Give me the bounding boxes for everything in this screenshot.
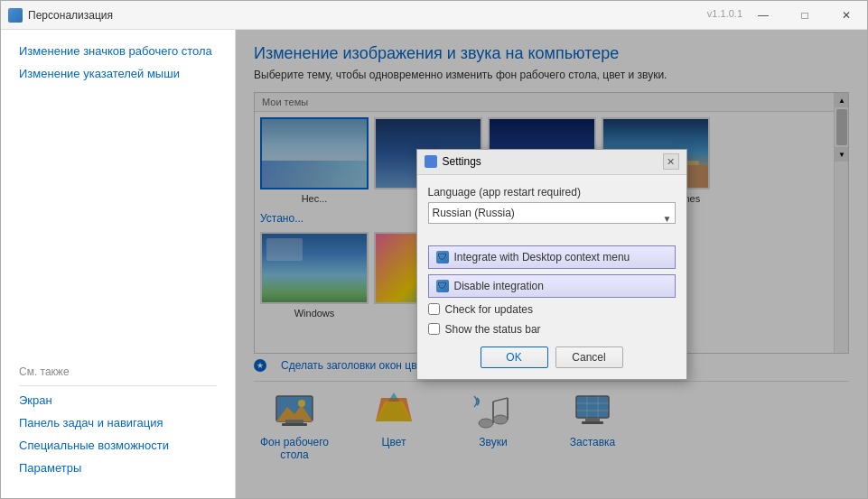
integrate-button[interactable]: Integrate with Desktop context menu <box>428 245 676 269</box>
language-select-wrapper: Russian (Russia) ▼ <box>428 202 676 235</box>
sidebar-item-change-icons[interactable]: Изменение значков рабочего стола <box>19 44 217 58</box>
show-statusbar-row: Show the status bar <box>428 323 676 336</box>
sidebar-item-change-mouse[interactable]: Изменение указателей мыши <box>19 67 217 80</box>
titlebar: Персонализация v1.1.0.1 — □ ✕ <box>1 1 867 30</box>
dialog-title: Settings <box>443 155 663 168</box>
show-statusbar-label: Show the status bar <box>445 323 541 336</box>
integrate-shield-icon <box>436 251 449 263</box>
language-label: Language (app restart required) <box>428 186 676 199</box>
settings-dialog: Settings ✕ Language (app restart require… <box>416 149 687 380</box>
disable-label: Disable integration <box>454 280 544 292</box>
main-window: Персонализация v1.1.0.1 — □ ✕ Изменение … <box>0 0 868 499</box>
sidebar-also-label: См. также <box>19 365 217 378</box>
show-statusbar-checkbox[interactable] <box>428 323 440 335</box>
sidebar-spacer <box>19 89 217 365</box>
window-title: Персонализация <box>28 9 113 22</box>
language-select[interactable]: Russian (Russia) <box>428 202 676 224</box>
check-updates-checkbox[interactable] <box>428 303 440 315</box>
content-area: Изменение значков рабочего стола Изменен… <box>1 30 867 498</box>
titlebar-controls: — □ ✕ <box>742 1 867 30</box>
minimize-button[interactable]: — <box>742 1 784 30</box>
sidebar-item-options[interactable]: Параметры <box>19 461 217 475</box>
dialog-buttons: OK Cancel <box>428 347 676 368</box>
sidebar-divider <box>19 385 217 386</box>
check-updates-label: Check for updates <box>445 303 533 316</box>
dialog-icon <box>425 155 437 168</box>
disable-button[interactable]: Disable integration <box>428 274 676 298</box>
ok-button[interactable]: OK <box>481 347 548 368</box>
version-label: v1.1.0.1 <box>707 8 742 19</box>
integrate-label: Integrate with Desktop context menu <box>454 251 630 263</box>
dialog-body: Language (app restart required) Russian … <box>417 175 686 379</box>
sidebar-item-screen[interactable]: Экран <box>19 393 217 407</box>
disable-shield-icon <box>436 280 449 292</box>
modal-overlay: Settings ✕ Language (app restart require… <box>236 30 867 498</box>
main-panel: Изменение изображения и звука на компьют… <box>236 30 867 498</box>
check-updates-row: Check for updates <box>428 303 676 316</box>
close-button[interactable]: ✕ <box>826 1 867 30</box>
cancel-button[interactable]: Cancel <box>555 347 623 368</box>
app-icon <box>8 8 23 23</box>
sidebar: Изменение значков рабочего стола Изменен… <box>1 30 236 498</box>
dialog-close-button[interactable]: ✕ <box>663 153 679 170</box>
sidebar-item-accessibility[interactable]: Специальные возможности <box>19 439 217 452</box>
sidebar-item-taskbar[interactable]: Панель задач и навигация <box>19 416 217 430</box>
maximize-button[interactable]: □ <box>784 1 826 30</box>
dialog-titlebar: Settings ✕ <box>417 150 686 175</box>
